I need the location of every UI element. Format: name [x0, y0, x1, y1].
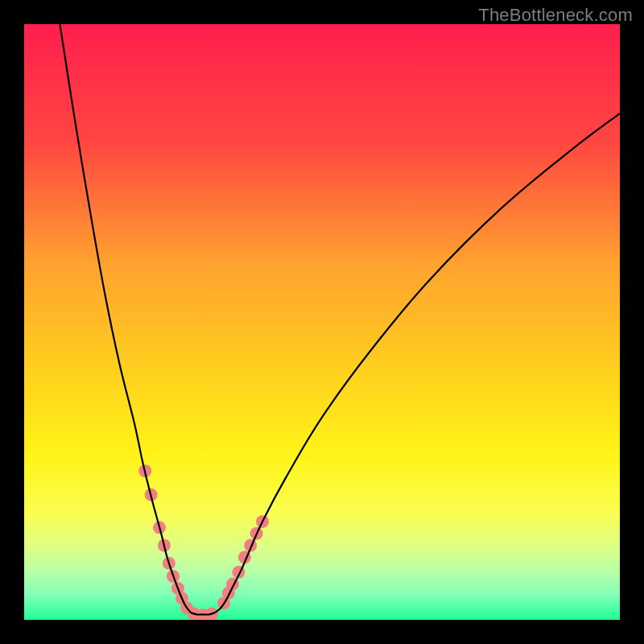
curve-layer: [24, 24, 620, 620]
watermark-text: TheBottleneck.com: [478, 5, 633, 26]
right-branch-curve: [215, 114, 620, 613]
chart-frame: TheBottleneck.com: [0, 0, 644, 644]
highlight-dots: [138, 464, 269, 620]
left-branch-curve: [60, 24, 191, 613]
plot-area: [24, 24, 620, 620]
